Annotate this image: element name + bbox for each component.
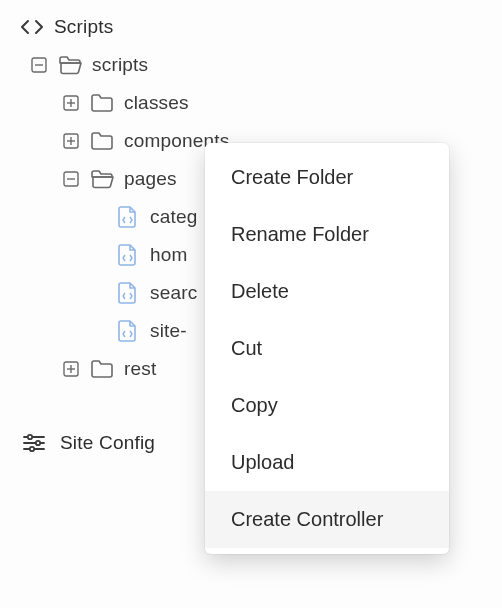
- svg-point-16: [36, 441, 40, 445]
- script-file-icon: [116, 205, 140, 229]
- code-icon: [20, 15, 44, 39]
- script-file-icon: [116, 319, 140, 343]
- file-label: categ: [150, 206, 197, 228]
- folder-icon: [90, 91, 114, 115]
- node-label: scripts: [92, 54, 148, 76]
- menu-rename-folder[interactable]: Rename Folder: [205, 206, 449, 263]
- folder-icon: [90, 357, 114, 381]
- menu-cut[interactable]: Cut: [205, 320, 449, 377]
- file-label: hom: [150, 244, 188, 266]
- expand-icon[interactable]: [62, 132, 80, 150]
- scripts-header[interactable]: Scripts: [0, 8, 502, 46]
- folder-icon: [90, 129, 114, 153]
- file-label: site-: [150, 320, 187, 342]
- site-config-label: Site Config: [60, 432, 155, 454]
- menu-label: Upload: [231, 451, 294, 474]
- header-title: Scripts: [54, 16, 113, 38]
- file-label: searc: [150, 282, 197, 304]
- node-label: pages: [124, 168, 177, 190]
- node-label: rest: [124, 358, 156, 380]
- node-label: classes: [124, 92, 189, 114]
- script-file-icon: [116, 243, 140, 267]
- menu-copy[interactable]: Copy: [205, 377, 449, 434]
- menu-create-folder[interactable]: Create Folder: [205, 149, 449, 206]
- sliders-icon: [22, 431, 46, 455]
- menu-create-controller[interactable]: Create Controller: [205, 491, 449, 548]
- expand-icon[interactable]: [62, 94, 80, 112]
- menu-delete[interactable]: Delete: [205, 263, 449, 320]
- menu-label: Create Controller: [231, 508, 383, 531]
- menu-upload[interactable]: Upload: [205, 434, 449, 491]
- collapse-icon[interactable]: [62, 170, 80, 188]
- collapse-icon[interactable]: [30, 56, 48, 74]
- menu-label: Rename Folder: [231, 223, 369, 246]
- tree-node-classes[interactable]: classes: [0, 84, 502, 122]
- folder-open-icon: [90, 167, 114, 191]
- svg-point-18: [30, 447, 34, 451]
- script-file-icon: [116, 281, 140, 305]
- context-menu: Create Folder Rename Folder Delete Cut C…: [205, 143, 449, 554]
- tree-node-scripts[interactable]: scripts: [0, 46, 502, 84]
- menu-label: Cut: [231, 337, 262, 360]
- menu-label: Delete: [231, 280, 289, 303]
- svg-point-14: [28, 435, 32, 439]
- folder-open-icon: [58, 53, 82, 77]
- menu-label: Copy: [231, 394, 278, 417]
- expand-icon[interactable]: [62, 360, 80, 378]
- menu-label: Create Folder: [231, 166, 353, 189]
